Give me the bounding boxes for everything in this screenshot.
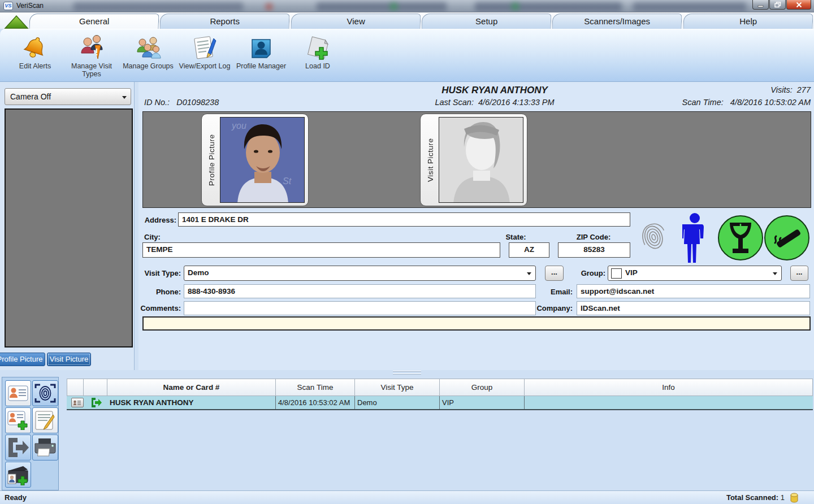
column-header-scan-time[interactable]: Scan Time <box>276 379 355 396</box>
svg-text:St: St <box>283 176 292 186</box>
profile-badge-icon <box>248 34 275 61</box>
row-group: VIP <box>440 396 525 409</box>
veriscan-window: VS VeriScan General Reports View Setup S… <box>0 0 814 504</box>
camera-preview <box>5 108 133 347</box>
taskbar-dot-red <box>266 3 272 10</box>
column-header-blank[interactable] <box>84 379 107 396</box>
column-header-info[interactable]: Info <box>525 379 813 396</box>
id-number: ID No.: D01098238 <box>144 98 219 107</box>
smoking-allowed-badge <box>764 215 809 260</box>
visit-type-dropdown[interactable]: Demo <box>184 266 536 281</box>
groups-people-icon <box>135 34 162 61</box>
group-more-button[interactable]: ... <box>790 266 808 281</box>
row-visit-type: Demo <box>355 396 440 409</box>
tab-reports[interactable]: Reports <box>160 14 290 29</box>
zip-input[interactable]: 85283 <box>558 242 630 258</box>
group-dropdown[interactable]: VIP <box>608 266 782 281</box>
tab-view[interactable]: View <box>291 14 421 29</box>
database-icon <box>790 493 798 503</box>
taskbar-blur <box>633 2 746 11</box>
close-button[interactable] <box>786 0 811 10</box>
ribbon-tabs: General Reports View Setup Scanners/Imag… <box>29 14 814 29</box>
visit-log-header: Name or Card # Scan Time Visit Type Grou… <box>67 379 813 396</box>
row-name: HUSK RYAN ANTHONY <box>107 396 276 409</box>
state-label: State: <box>492 233 540 241</box>
restore-icon <box>774 2 781 8</box>
find-profile-button[interactable] <box>5 380 31 406</box>
chevron-down-icon <box>122 96 127 99</box>
id-card-plus-icon <box>304 34 331 61</box>
sign-out-button[interactable] <box>5 435 31 460</box>
visit-types-people-icon: ! <box>78 34 105 61</box>
print-button[interactable] <box>32 435 58 460</box>
visit-picture-tab[interactable]: Visit Picture <box>47 353 91 366</box>
profile-picture-card[interactable]: Profile Picture you St <box>201 114 309 206</box>
comments-input[interactable] <box>184 301 536 315</box>
table-row[interactable]: HUSK RYAN ANTHONY 4/8/2016 10:53:02 AM D… <box>67 396 813 410</box>
column-header-visit-type[interactable]: Visit Type <box>355 379 440 396</box>
capture-photo-button[interactable] <box>5 462 31 488</box>
city-label: City: <box>144 233 189 241</box>
address-label: Address: <box>138 216 176 224</box>
chevron-down-icon <box>773 272 777 275</box>
taskbar-blur <box>475 2 622 11</box>
minimize-button[interactable] <box>752 0 769 10</box>
group-label: Group: <box>561 269 605 277</box>
toolbar: Edit Alerts ! Manage Visit Types Manage … <box>0 29 814 82</box>
close-icon <box>796 2 802 8</box>
home-triangle-icon[interactable] <box>3 15 29 29</box>
camera-source-dropdown[interactable]: Camera Off <box>5 88 131 105</box>
status-ready: Ready <box>5 493 27 502</box>
address-input[interactable]: 1401 E DRAKE DR <box>178 212 630 227</box>
taskbar-blur <box>73 2 243 11</box>
row-profile-card-button[interactable] <box>71 398 84 407</box>
visit-picture-card[interactable]: Visit Picture <box>420 114 527 206</box>
restore-button[interactable] <box>769 0 786 10</box>
company-label: Company: <box>530 304 573 312</box>
tab-setup[interactable]: Setup <box>422 14 552 29</box>
column-header-name[interactable]: Name or Card # <box>107 379 276 396</box>
visit-photo <box>439 117 523 203</box>
checked-in-arrow-icon <box>90 397 102 408</box>
tab-help[interactable]: Help <box>683 14 813 29</box>
edit-log-button[interactable] <box>32 407 58 433</box>
last-scan: Last Scan: 4/6/2016 4:13:33 PM <box>404 98 585 107</box>
manage-visit-types-button[interactable]: ! Manage Visit Types <box>64 33 119 78</box>
column-header-group[interactable]: Group <box>440 379 525 396</box>
email-label: Email: <box>530 288 573 296</box>
profile-detail-panel: HUSK RYAN ANTHONY Last Scan: 4/6/2016 4:… <box>138 82 814 370</box>
tab-scanners-images[interactable]: Scanners/Images <box>552 14 682 29</box>
city-input[interactable]: TEMPE <box>142 242 500 258</box>
row-info <box>525 396 813 409</box>
taskbar-dot-green <box>390 3 397 10</box>
add-person-icon <box>7 411 29 430</box>
alert-message-bar <box>142 316 811 331</box>
email-input[interactable]: support@idscan.net <box>577 284 810 298</box>
fingerprint-scan-button[interactable] <box>32 380 58 406</box>
state-input[interactable]: AZ <box>509 242 549 258</box>
manage-groups-button[interactable]: Manage Groups <box>121 33 175 70</box>
tab-general[interactable]: General <box>29 14 159 29</box>
load-id-button[interactable]: Load ID <box>291 33 345 70</box>
company-input[interactable]: IDScan.net <box>577 301 810 315</box>
status-bar: Ready Total Scanned: 1 <box>0 490 814 504</box>
fingerprint-scan-icon <box>34 383 56 404</box>
visits-count: Visits: 277 <box>770 85 811 94</box>
mini-card-icon <box>73 399 82 406</box>
splitter-handle[interactable] <box>393 371 421 375</box>
pictures-area: Profile Picture you St <box>142 111 811 208</box>
document-pen-icon <box>35 410 55 431</box>
scan-time: Scan Time: 4/8/2016 10:53:02 AM <box>682 98 811 107</box>
add-profile-button[interactable] <box>5 407 31 433</box>
zip-label: ZIP Code: <box>560 233 627 241</box>
profile-picture-caption: Profile Picture <box>204 116 219 203</box>
view-export-log-button[interactable]: View/Export Log <box>177 33 232 70</box>
visit-type-label: Visit Type: <box>138 269 181 277</box>
phone-input[interactable]: 888-430-8936 <box>184 284 536 298</box>
profile-picture-tab[interactable]: Profile Picture <box>0 353 45 366</box>
action-button-panel <box>2 377 59 490</box>
column-header-blank[interactable] <box>67 379 84 396</box>
edit-alerts-button[interactable]: Edit Alerts <box>8 33 62 70</box>
profile-manager-button[interactable]: Profile Manager <box>234 33 288 70</box>
veriscan-logo-icon: VS <box>3 2 13 10</box>
